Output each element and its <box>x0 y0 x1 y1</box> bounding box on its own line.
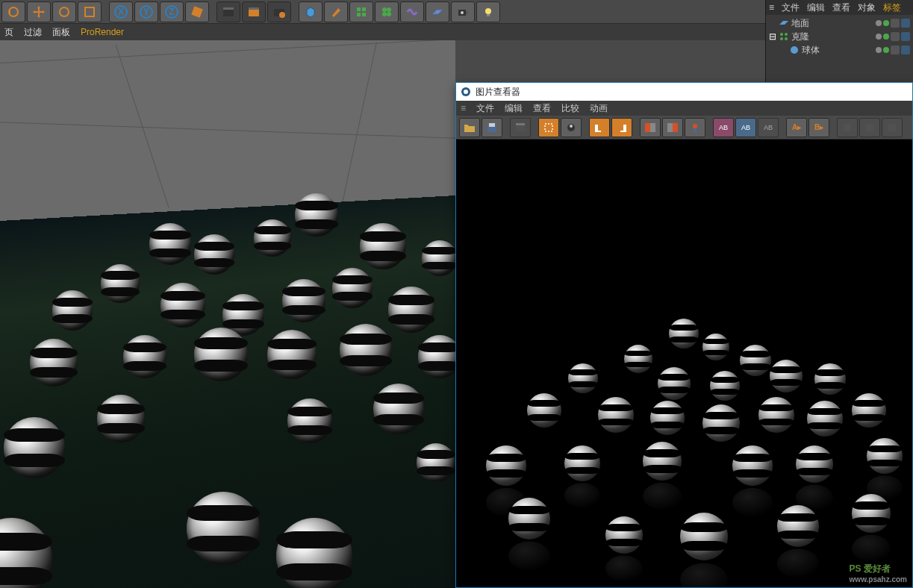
axis-z-button[interactable]: Z <box>160 1 184 22</box>
svg-rect-50 <box>673 123 678 132</box>
render-region-button[interactable] <box>242 1 266 22</box>
sphere-object[interactable] <box>52 290 93 331</box>
obj-menu-tags[interactable]: 标签 <box>883 1 901 14</box>
pv-a-arrow-button[interactable]: A▸ <box>786 118 807 137</box>
scale-button[interactable] <box>78 1 102 22</box>
sphere-object[interactable] <box>194 234 234 275</box>
rendered-sphere <box>658 367 691 400</box>
render-output[interactable] <box>456 140 912 587</box>
floor-button[interactable] <box>426 1 449 22</box>
pv-menu-compare[interactable]: 比较 <box>561 102 579 115</box>
menu-filter[interactable]: 过滤 <box>24 26 42 39</box>
pv-ab-toggle-button[interactable]: AB <box>758 118 779 137</box>
sphere-object[interactable] <box>388 287 434 333</box>
viewport-perspective[interactable] <box>0 40 455 588</box>
obj-menu-file[interactable]: 文件 <box>782 1 800 14</box>
sphere-object[interactable] <box>422 240 455 276</box>
tree-row-球体[interactable]: 球体 <box>769 43 910 57</box>
sphere-object[interactable] <box>267 330 317 379</box>
sphere-object[interactable] <box>360 223 406 269</box>
sphere-object[interactable] <box>97 395 145 442</box>
rendered-sphere <box>486 445 526 486</box>
rendered-sphere <box>852 393 886 428</box>
svg-point-42 <box>570 125 573 128</box>
pv-channel-3-button[interactable] <box>882 118 903 137</box>
pv-channel-1-button[interactable] <box>837 118 858 137</box>
sphere-object[interactable] <box>30 339 78 387</box>
render-settings-button[interactable] <box>267 1 291 22</box>
move-button[interactable] <box>27 1 51 22</box>
sphere-object[interactable] <box>373 384 424 434</box>
menu-view[interactable]: 页 <box>4 26 13 39</box>
tree-row-地面[interactable]: 地面 <box>769 16 910 30</box>
pv-compare-b-button[interactable] <box>662 118 683 137</box>
sphere-object[interactable] <box>332 268 373 308</box>
rendered-sphere <box>564 445 600 481</box>
render-button[interactable] <box>216 1 240 22</box>
obj-menu-object[interactable]: 对象 <box>858 1 876 14</box>
object-tree[interactable]: 地面⊟克隆球体 <box>766 15 913 58</box>
svg-point-30 <box>785 33 788 36</box>
rendered-sphere <box>852 494 891 533</box>
coord-button[interactable] <box>185 1 209 22</box>
pv-save-button[interactable] <box>482 118 502 137</box>
sphere-object[interactable] <box>101 264 140 303</box>
pv-copy-a-button[interactable] <box>589 118 610 137</box>
sphere-object[interactable] <box>417 443 455 482</box>
svg-point-31 <box>780 37 783 40</box>
obj-menu-edit[interactable]: 编辑 <box>807 1 825 14</box>
sphere-object[interactable] <box>282 279 325 322</box>
pv-render-active-button[interactable] <box>561 118 582 137</box>
axis-y-button[interactable]: Y <box>134 1 158 22</box>
pen-button[interactable] <box>324 1 348 22</box>
svg-text:Z: Z <box>169 7 174 17</box>
sphere-object[interactable] <box>187 492 260 565</box>
sphere-object[interactable] <box>123 335 166 378</box>
array-button[interactable] <box>349 1 373 22</box>
sphere-object[interactable] <box>161 283 205 328</box>
pv-render-region-button[interactable] <box>538 118 559 137</box>
sphere-object[interactable] <box>4 417 65 478</box>
svg-point-32 <box>785 37 788 40</box>
pv-copy-b-button[interactable] <box>611 118 632 137</box>
sphere-object[interactable] <box>295 193 338 237</box>
cloner-button[interactable] <box>375 1 399 22</box>
sphere-object[interactable] <box>287 398 332 443</box>
pv-menu-edit[interactable]: 编辑 <box>505 102 523 115</box>
sphere-object[interactable] <box>340 324 392 376</box>
sphere-object[interactable] <box>149 223 191 265</box>
rotate-button[interactable] <box>52 1 76 22</box>
sphere-object[interactable] <box>254 219 291 257</box>
picture-viewer-titlebar[interactable]: 图片查看器 <box>456 83 912 101</box>
undo-button[interactable] <box>1 1 25 22</box>
menu-panel[interactable]: 面板 <box>52 26 70 39</box>
sphere-object[interactable] <box>418 335 455 378</box>
pv-filter-button[interactable] <box>685 118 705 137</box>
sphere-object[interactable] <box>194 328 248 381</box>
object-manager-panel: ≡ 文件 编辑 查看 对象 标签 地面⊟克隆球体 <box>765 0 913 82</box>
pv-ab-left-button[interactable]: AB <box>713 118 734 137</box>
menu-prorender[interactable]: ProRender <box>81 27 124 37</box>
axis-x-button[interactable]: X <box>109 1 133 22</box>
deformer-button[interactable] <box>400 1 424 22</box>
pv-ab-right-button[interactable]: AB <box>735 118 756 137</box>
camera-button[interactable] <box>451 1 475 22</box>
cube-button[interactable] <box>299 1 322 22</box>
pv-history-button[interactable] <box>510 118 531 137</box>
tree-row-克隆[interactable]: ⊟克隆 <box>769 30 910 43</box>
sphere-object[interactable] <box>276 518 352 588</box>
pv-open-button[interactable] <box>459 118 480 137</box>
pv-compare-a-button[interactable] <box>640 118 661 137</box>
obj-menu-handle[interactable]: ≡ <box>769 2 774 13</box>
svg-rect-19 <box>362 13 366 16</box>
svg-point-27 <box>485 8 491 14</box>
obj-menu-view[interactable]: 查看 <box>832 1 850 14</box>
pv-b-arrow-button[interactable]: B▸ <box>808 118 829 137</box>
pv-menu-file[interactable]: 文件 <box>476 102 494 115</box>
light-button[interactable] <box>476 1 500 22</box>
pv-menu-anim[interactable]: 动画 <box>590 102 608 115</box>
pv-channel-2-button[interactable] <box>859 118 880 137</box>
pv-menu-handle[interactable]: ≡ <box>461 103 466 113</box>
pv-menu-view[interactable]: 查看 <box>533 102 551 115</box>
svg-point-15 <box>279 12 285 18</box>
